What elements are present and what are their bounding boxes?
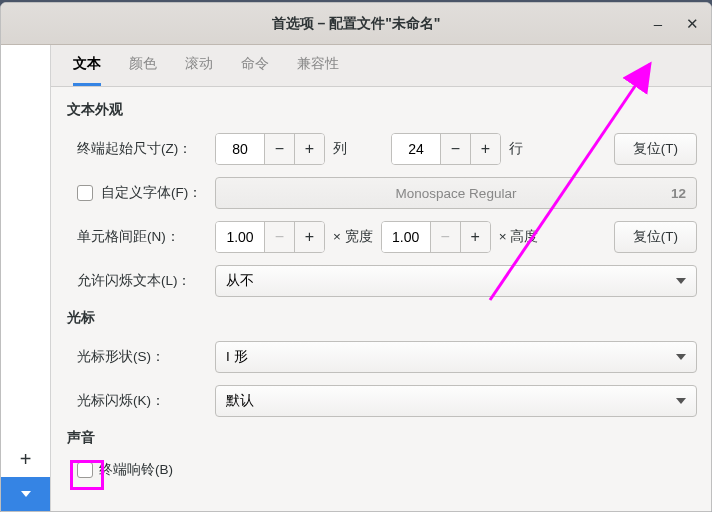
tab-command[interactable]: 命令	[241, 55, 269, 86]
font-name: Monospace Regular	[396, 186, 517, 201]
main-panel: 文本 颜色 滚动 命令 兼容性 文本外观 终端起始尺寸(Z)： − + 列	[51, 45, 711, 511]
rows-plus[interactable]: +	[470, 134, 500, 164]
window-title: 首选项 – 配置文件"未命名"	[272, 15, 441, 33]
label-terminal-bell: 终端响铃(B)	[99, 461, 173, 479]
label-custom-font: 自定义字体(F)：	[101, 184, 202, 202]
close-button[interactable]: ✕	[679, 11, 705, 37]
cell-width-minus[interactable]: −	[264, 222, 294, 252]
cell-height-minus[interactable]: −	[430, 222, 460, 252]
tab-bar: 文本 颜色 滚动 命令 兼容性	[51, 45, 711, 87]
row-cell-spacing: 单元格间距(N)： − + × 宽度 − + × 高度 复位(T	[65, 221, 697, 253]
sidebar-dropdown[interactable]	[1, 477, 50, 511]
titlebar-controls: – ✕	[645, 3, 705, 44]
label-cursor-blink: 光标闪烁(K)：	[65, 392, 215, 410]
row-cursor-blink: 光标闪烁(K)： 默认	[65, 385, 697, 417]
times-height: × 高度	[499, 228, 539, 246]
section-cursor: 光标	[67, 309, 697, 327]
columns-plus[interactable]: +	[294, 134, 324, 164]
blink-text-combo[interactable]: 从不	[215, 265, 697, 297]
chevron-down-icon	[676, 278, 686, 284]
row-terminal-bell: 终端响铃(B)	[65, 461, 697, 479]
rows-unit: 行	[509, 140, 523, 158]
chevron-down-icon	[676, 354, 686, 360]
font-chooser-button[interactable]: Monospace Regular 12	[215, 177, 697, 209]
cursor-blink-combo[interactable]: 默认	[215, 385, 697, 417]
blink-text-value: 从不	[226, 272, 254, 290]
cursor-blink-value: 默认	[226, 392, 254, 410]
cell-height-spinner[interactable]: − +	[381, 221, 491, 253]
cell-height-input[interactable]	[382, 222, 430, 252]
row-initial-size: 终端起始尺寸(Z)： − + 列 − + 行	[65, 133, 697, 165]
cell-height-plus[interactable]: +	[460, 222, 490, 252]
label-allow-blink: 允许闪烁文本(L)：	[65, 272, 215, 290]
rows-spinner[interactable]: − +	[391, 133, 501, 165]
cursor-shape-value: I 形	[226, 348, 248, 366]
columns-minus[interactable]: −	[264, 134, 294, 164]
tab-compat[interactable]: 兼容性	[297, 55, 339, 86]
titlebar: 首选项 – 配置文件"未命名" – ✕	[1, 3, 711, 45]
terminal-bell-checkbox[interactable]	[77, 462, 93, 478]
add-profile-icon[interactable]: +	[20, 448, 32, 471]
font-size: 12	[671, 186, 686, 201]
columns-input[interactable]	[216, 134, 264, 164]
row-cursor-shape: 光标形状(S)： I 形	[65, 341, 697, 373]
label-cursor-shape: 光标形状(S)：	[65, 348, 215, 366]
profile-sidebar: +	[1, 45, 51, 511]
section-sound: 声音	[67, 429, 697, 447]
cell-width-spinner[interactable]: − +	[215, 221, 325, 253]
section-appearance: 文本外观	[67, 101, 697, 119]
custom-font-checkbox[interactable]	[77, 185, 93, 201]
rows-minus[interactable]: −	[440, 134, 470, 164]
row-custom-font: 自定义字体(F)： Monospace Regular 12	[65, 177, 697, 209]
chevron-down-icon	[21, 491, 31, 497]
row-allow-blink: 允许闪烁文本(L)： 从不	[65, 265, 697, 297]
preferences-window: 首选项 – 配置文件"未命名" – ✕ + 文本 颜色 滚动 命令 兼容性 文本…	[0, 2, 712, 512]
label-cell-spacing: 单元格间距(N)：	[65, 228, 215, 246]
label-initial-size: 终端起始尺寸(Z)：	[65, 140, 215, 158]
cell-width-plus[interactable]: +	[294, 222, 324, 252]
tab-scroll[interactable]: 滚动	[185, 55, 213, 86]
columns-unit: 列	[333, 140, 347, 158]
reset-spacing-button[interactable]: 复位(T)	[614, 221, 697, 253]
rows-input[interactable]	[392, 134, 440, 164]
cell-width-input[interactable]	[216, 222, 264, 252]
minimize-button[interactable]: –	[645, 11, 671, 37]
reset-size-button[interactable]: 复位(T)	[614, 133, 697, 165]
chevron-down-icon	[676, 398, 686, 404]
tab-colors[interactable]: 颜色	[129, 55, 157, 86]
tab-text[interactable]: 文本	[73, 55, 101, 86]
times-width: × 宽度	[333, 228, 373, 246]
cursor-shape-combo[interactable]: I 形	[215, 341, 697, 373]
columns-spinner[interactable]: − +	[215, 133, 325, 165]
